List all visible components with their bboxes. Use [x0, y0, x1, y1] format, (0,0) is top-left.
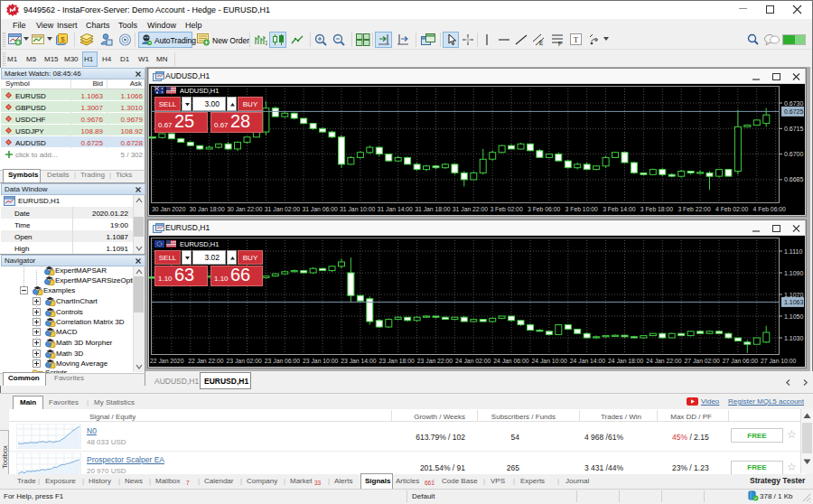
- svg-text:24 Jan 06:00: 24 Jan 06:00: [493, 358, 529, 364]
- svg-text:0.6700: 0.6700: [784, 151, 804, 157]
- svg-text:E: E: [539, 40, 544, 46]
- svg-text:23 Jan 10:00: 23 Jan 10:00: [303, 358, 339, 364]
- svg-text:27 Jan 02:00: 27 Jan 02:00: [685, 358, 721, 364]
- svg-text:$: $: [61, 35, 65, 43]
- svg-text:1: 1: [265, 40, 267, 46]
- svg-text:27 Jan 10:00: 27 Jan 10:00: [761, 358, 797, 364]
- svg-text:23 Jan 22:00: 23 Jan 22:00: [417, 358, 453, 364]
- svg-text:0.6715: 0.6715: [784, 126, 804, 132]
- svg-text:31 Jan 14:00: 31 Jan 14:00: [378, 206, 414, 212]
- svg-text:3 Feb 06:00: 3 Feb 06:00: [528, 206, 560, 212]
- svg-text:1.1050: 1.1050: [784, 313, 804, 320]
- svg-text:30 Jan 2020: 30 Jan 2020: [152, 206, 186, 212]
- svg-text:24 Jan 10:00: 24 Jan 10:00: [532, 358, 568, 364]
- svg-text:3 Feb 02:00: 3 Feb 02:00: [490, 206, 522, 212]
- svg-text:27 Jan 06:00: 27 Jan 06:00: [723, 358, 759, 364]
- svg-text:24 Jan 14:00: 24 Jan 14:00: [570, 358, 606, 364]
- svg-text:3 Feb 22:00: 3 Feb 22:00: [678, 206, 710, 212]
- svg-text:23 Jan 18:00: 23 Jan 18:00: [379, 358, 416, 364]
- svg-text:31 Jan 18:00: 31 Jan 18:00: [415, 206, 451, 212]
- svg-text:30 Jan 18:00: 30 Jan 18:00: [190, 206, 226, 212]
- svg-text:3 Feb 14:00: 3 Feb 14:00: [603, 206, 635, 212]
- svg-text:T: T: [574, 35, 579, 44]
- svg-text:22 Jan 2020: 22 Jan 2020: [150, 358, 184, 364]
- svg-text:31 Jan 10:00: 31 Jan 10:00: [340, 206, 376, 212]
- svg-text:1.1090: 1.1090: [784, 270, 804, 276]
- svg-text:1.1070: 1.1070: [784, 292, 804, 298]
- svg-text:4 Feb 02:00: 4 Feb 02:00: [715, 206, 748, 212]
- svg-text:23 Jan 06:00: 23 Jan 06:00: [265, 358, 301, 364]
- svg-text:24 Jan 22:00: 24 Jan 22:00: [646, 358, 682, 364]
- svg-text:30 Jan 22:00: 30 Jan 22:00: [227, 206, 263, 212]
- svg-text:24 Jan 18:00: 24 Jan 18:00: [608, 358, 644, 364]
- svg-text:1.1030: 1.1030: [784, 335, 804, 341]
- svg-text:23 Jan 02:00: 23 Jan 02:00: [227, 358, 263, 364]
- svg-text:F: F: [558, 41, 562, 46]
- svg-text:31 Jan 06:00: 31 Jan 06:00: [302, 206, 338, 212]
- svg-text:24 Jan 02:00: 24 Jan 02:00: [455, 358, 491, 364]
- svg-text:1.1110: 1.1110: [784, 248, 802, 255]
- svg-text:0.6730: 0.6730: [784, 100, 804, 107]
- svg-text:31 Jan 22:00: 31 Jan 22:00: [453, 206, 489, 212]
- svg-text:0.6685: 0.6685: [784, 176, 804, 182]
- svg-text:22 Jan 22:00: 22 Jan 22:00: [188, 358, 224, 364]
- svg-text:3 Feb 10:00: 3 Feb 10:00: [565, 206, 598, 212]
- svg-text:4 Feb 06:00: 4 Feb 06:00: [753, 206, 786, 212]
- svg-text:0.6725: 0.6725: [784, 108, 804, 115]
- svg-text:1.1063: 1.1063: [784, 299, 804, 305]
- svg-text:23 Jan 14:00: 23 Jan 14:00: [341, 358, 377, 364]
- svg-text:31 Jan 02:00: 31 Jan 02:00: [265, 206, 301, 212]
- svg-text:3 Feb 18:00: 3 Feb 18:00: [640, 206, 673, 212]
